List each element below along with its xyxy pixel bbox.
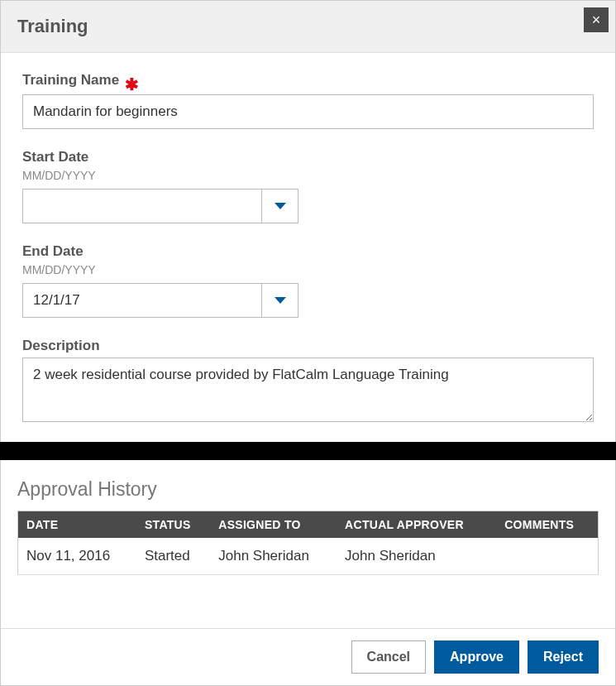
start-date-group: Start Date MM/DD/YYYY [22,149,594,223]
modal-header: Training × [1,1,615,53]
chevron-down-icon [275,203,286,209]
cell-assigned-to: John Sheridan [210,538,337,575]
description-group: Description [22,338,594,425]
cancel-button[interactable]: Cancel [351,640,426,674]
training-name-input[interactable] [22,94,594,129]
end-date-input[interactable] [23,284,261,317]
table-row: Nov 11, 2016 Started John Sheridan John … [18,538,599,575]
close-button[interactable]: × [584,7,609,32]
start-date-hint: MM/DD/YYYY [22,169,594,182]
start-date-toggle[interactable] [261,189,298,223]
start-date-field [22,189,298,223]
end-date-group: End Date MM/DD/YYYY [22,243,594,318]
col-date: DATE [18,511,136,539]
training-name-group: Training Name ✱ [22,71,594,129]
cell-comments [496,538,598,575]
cell-date: Nov 11, 2016 [18,538,136,575]
training-name-label-text: Training Name [22,72,119,88]
approval-history-table: DATE STATUS ASSIGNED TO ACTUAL APPROVER … [17,511,599,575]
section-divider [0,442,616,460]
start-date-label: Start Date [22,149,594,166]
end-date-label: End Date [22,243,594,260]
required-asterisk-icon: ✱ [125,75,139,94]
end-date-hint: MM/DD/YYYY [22,263,594,276]
end-date-field [22,283,298,318]
col-status: STATUS [136,511,210,539]
reject-button[interactable]: Reject [528,640,599,674]
approve-button[interactable]: Approve [434,640,519,674]
training-modal: Training × Training Name ✱ Start Date MM… [0,0,616,686]
modal-title: Training [17,16,88,37]
cell-actual-approver: John Sheridan [337,538,496,575]
col-actual-approver: ACTUAL APPROVER [337,511,496,539]
modal-footer: Cancel Approve Reject [1,628,615,685]
approval-history-section: Approval History DATE STATUS ASSIGNED TO… [1,460,615,583]
training-name-label: Training Name ✱ [22,71,594,91]
description-textarea[interactable] [22,357,594,422]
col-comments: COMMENTS [496,511,598,539]
col-assigned-to: ASSIGNED TO [210,511,337,539]
chevron-down-icon [275,297,286,304]
start-date-input[interactable] [23,189,261,223]
close-icon: × [592,12,601,29]
description-label: Description [22,338,594,354]
cell-status: Started [136,538,210,575]
approval-history-title: Approval History [17,478,599,501]
end-date-toggle[interactable] [261,284,298,317]
table-header-row: DATE STATUS ASSIGNED TO ACTUAL APPROVER … [18,511,599,539]
modal-body: Training Name ✱ Start Date MM/DD/YYYY En… [1,53,615,442]
